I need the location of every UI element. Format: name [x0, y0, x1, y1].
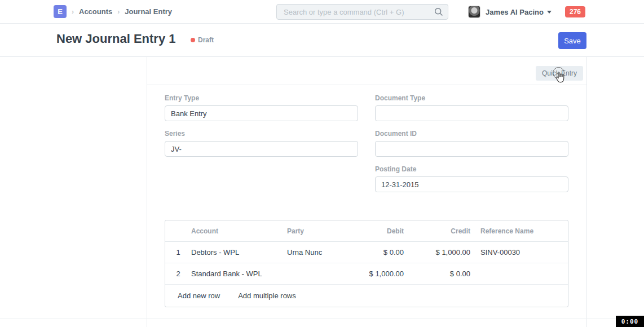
chevron-right-icon: ›: [117, 8, 120, 16]
document-type-label: Document Type: [375, 94, 568, 102]
status-indicator: Draft: [191, 36, 214, 44]
row-reference-name[interactable]: SINV-00030: [475, 248, 568, 257]
save-button[interactable]: Save: [558, 32, 586, 49]
table-row[interactable]: 1 Debtors - WPL Urna Nunc $ 0.00 $ 1,000…: [165, 242, 568, 263]
table-row[interactable]: 2 Standard Bank - WPL $ 1,000.00 $ 0.00: [165, 263, 568, 285]
user-avatar[interactable]: [468, 6, 480, 18]
app-window: E › Accounts › Journal Entry James Al Pa…: [0, 0, 644, 327]
breadcrumb: E › Accounts › Journal Entry: [54, 5, 172, 18]
toolbar-divider: [147, 85, 586, 85]
form-section: Entry Type Series Document Type Document…: [165, 94, 568, 201]
notification-count-badge[interactable]: 276: [565, 6, 585, 17]
row-party[interactable]: Urna Nunc: [287, 248, 358, 257]
grid-header-credit: Credit: [408, 227, 475, 235]
grid-header-party: Party: [287, 227, 358, 235]
navbar: E › Accounts › Journal Entry James Al Pa…: [0, 0, 644, 24]
series-label: Series: [165, 130, 358, 138]
page-title: New Journal Entry 1: [56, 32, 176, 46]
row-credit[interactable]: $ 1,000.00: [408, 248, 475, 257]
page-head: New Journal Entry 1 Draft Save: [0, 24, 644, 57]
status-badge: Draft: [198, 36, 214, 44]
accounts-grid: Account Party Debit Credit Reference Nam…: [165, 220, 568, 307]
row-index: 1: [165, 248, 191, 257]
field-posting-date: Posting Date: [375, 165, 568, 192]
user-menu[interactable]: James Al Pacino: [486, 8, 544, 16]
field-series: Series: [165, 130, 358, 157]
chevron-down-icon: [547, 11, 552, 14]
global-search: [276, 4, 448, 20]
document-id-input[interactable]: [375, 141, 568, 157]
row-account[interactable]: Standard Bank - WPL: [191, 269, 287, 278]
entry-type-input[interactable]: [165, 105, 358, 121]
grid-header-reference-name: Reference Name: [475, 227, 568, 235]
app-logo[interactable]: E: [54, 5, 67, 18]
form-column-right: Document Type Document ID Posting Date: [375, 94, 568, 201]
layout-divider-right: [586, 57, 587, 327]
series-input[interactable]: [165, 141, 358, 157]
navbar-user-area: James Al Pacino 276: [468, 0, 585, 24]
layout-divider-left: [147, 57, 147, 327]
posting-date-input[interactable]: [375, 176, 568, 192]
grid-header-debit: Debit: [358, 227, 408, 235]
grid-footer: Add new row Add multiple rows: [165, 285, 568, 307]
grid-header-account: Account: [191, 227, 287, 235]
grid-header-row: Account Party Debit Credit Reference Nam…: [165, 220, 568, 242]
add-new-row-button[interactable]: Add new row: [178, 291, 220, 300]
field-document-type: Document Type: [375, 94, 568, 121]
breadcrumb-accounts[interactable]: Accounts: [79, 7, 112, 16]
add-multiple-rows-button[interactable]: Add multiple rows: [238, 291, 296, 300]
field-document-id: Document ID: [375, 130, 568, 157]
row-debit[interactable]: $ 1,000.00: [358, 269, 408, 278]
row-debit[interactable]: $ 0.00: [358, 248, 408, 257]
form-column-left: Entry Type Series: [165, 94, 358, 201]
cursor-pointer-icon: [554, 72, 566, 84]
breadcrumb-journal-entry[interactable]: Journal Entry: [125, 7, 172, 16]
posting-date-label: Posting Date: [375, 165, 568, 173]
row-credit[interactable]: $ 0.00: [408, 269, 475, 278]
entry-type-label: Entry Type: [165, 94, 358, 102]
row-account[interactable]: Debtors - WPL: [191, 248, 287, 257]
search-icon: [434, 7, 443, 19]
screencast-timer: 0:00: [616, 316, 644, 327]
section-divider: [0, 319, 644, 319]
field-entry-type: Entry Type: [165, 94, 358, 121]
status-dot-icon: [191, 38, 195, 42]
row-index: 2: [165, 269, 191, 278]
search-input[interactable]: [276, 4, 448, 20]
chevron-right-icon: ›: [72, 8, 74, 16]
document-type-input[interactable]: [375, 105, 568, 121]
document-id-label: Document ID: [375, 130, 568, 138]
